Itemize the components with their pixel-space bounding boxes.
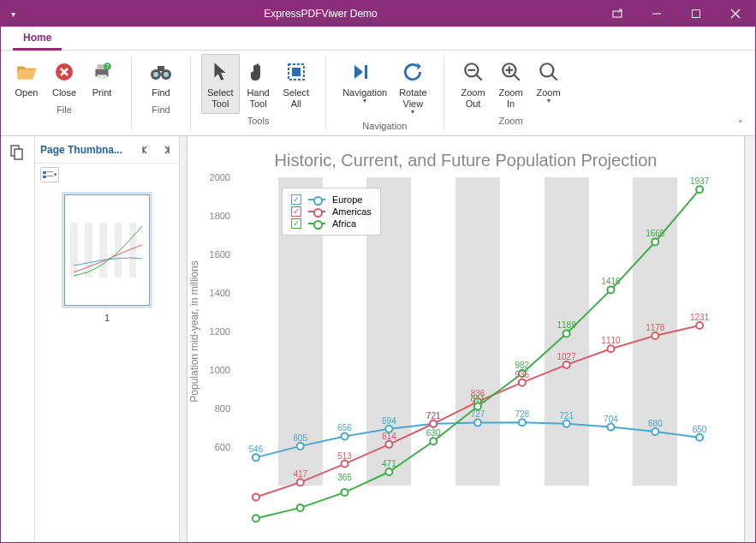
page-thumbnail-1[interactable] (64, 194, 150, 306)
svg-rect-28 (15, 149, 22, 159)
zoom-in-icon (500, 58, 522, 86)
print-icon: ? (91, 58, 113, 86)
thumbnails-dock-button[interactable] (7, 141, 29, 164)
svg-point-42 (652, 428, 658, 435)
zoom-out-icon (462, 58, 485, 86)
svg-rect-29 (43, 171, 46, 174)
svg-point-65 (696, 186, 703, 193)
content-area: Page Thumbna... ▾ 1 Historic, Current, a… (1, 136, 755, 543)
page-number-label: 1 (104, 306, 110, 323)
legend-item: ✓Europe (291, 194, 372, 206)
ribbon-display-options-button[interactable] (598, 1, 637, 27)
y-tick: 1600 (201, 249, 230, 260)
tab-home[interactable]: Home (13, 27, 62, 51)
ribbon-tab-strip: Home (1, 27, 755, 51)
maximize-button[interactable] (676, 1, 716, 27)
close-window-button[interactable] (716, 1, 755, 27)
svg-point-51 (563, 361, 570, 368)
data-label: 656 (337, 423, 352, 433)
svg-point-62 (563, 330, 570, 337)
svg-point-44 (253, 494, 259, 501)
close-icon (54, 58, 74, 86)
close-button[interactable]: Close (45, 54, 83, 103)
data-label: 365 (337, 473, 352, 482)
data-label: 1416 (601, 277, 620, 286)
svg-line-26 (551, 75, 557, 81)
hand-tool-button[interactable]: Hand Tool (240, 54, 277, 114)
group-label-file: File (57, 103, 72, 115)
collapse-panel-button[interactable] (138, 142, 153, 158)
find-button[interactable]: Find (142, 54, 180, 103)
ribbon-group-zoom: Zoom Out Zoom In Zoom ▾ Zoom (448, 51, 574, 135)
ribbon-group-find: Find Find (135, 51, 187, 135)
ribbon-group-navigation: Navigation ▾ Rotate View ▾ Navigation (330, 51, 439, 135)
svg-point-25 (540, 63, 553, 76)
svg-point-64 (652, 238, 658, 245)
y-axis-title: Population mid-year, in millions (188, 260, 200, 402)
data-label: 704 (604, 414, 618, 423)
thumbnails-panel: Page Thumbna... ▾ 1 (35, 136, 180, 543)
data-label: 650 (693, 424, 707, 433)
data-label: 721 (426, 410, 441, 420)
select-tool-button[interactable]: Select Tool (201, 54, 240, 114)
collapse-ribbon-button[interactable]: ˄ (733, 116, 748, 132)
data-label: 811 (471, 393, 485, 403)
svg-point-54 (696, 322, 703, 329)
svg-text:?: ? (106, 63, 110, 69)
ribbon: Open Close ? Print File Find Find (1, 51, 755, 136)
svg-rect-8 (98, 75, 107, 79)
zoom-menu-button[interactable]: Zoom ▾ (530, 54, 568, 108)
svg-point-50 (519, 379, 526, 386)
zoom-out-button[interactable]: Zoom Out (455, 54, 492, 114)
rotate-icon (402, 58, 424, 86)
thumbnails-options-button[interactable]: ▾ (40, 167, 59, 182)
document-viewer[interactable]: Historic, Current, and Future Population… (180, 136, 755, 543)
select-all-icon (286, 58, 307, 86)
data-label: 417 (293, 469, 307, 479)
data-label: 614 (382, 431, 396, 440)
svg-rect-13 (158, 66, 164, 71)
data-label: 1110 (601, 336, 620, 345)
print-button[interactable]: ? Print (83, 54, 121, 103)
svg-point-52 (607, 345, 614, 352)
chart-plot: Population mid-year, in millions 6008001… (234, 177, 722, 486)
data-label: 721 (559, 410, 574, 420)
navigation-button[interactable]: Navigation ▾ (336, 54, 393, 108)
dock-bar (1, 136, 35, 543)
svg-rect-31 (43, 176, 46, 178)
data-label: 1665 (646, 229, 664, 238)
open-folder-icon (15, 58, 38, 86)
data-label: 694 (382, 415, 396, 425)
svg-rect-17 (292, 68, 301, 76)
svg-point-59 (430, 438, 437, 445)
svg-point-43 (696, 434, 703, 441)
data-label: 605 (293, 433, 307, 442)
data-label: 727 (471, 409, 485, 419)
svg-line-19 (476, 75, 482, 81)
svg-point-48 (430, 421, 437, 427)
data-label: 513 (337, 451, 352, 460)
svg-point-41 (607, 424, 614, 431)
svg-point-40 (563, 421, 570, 427)
group-label-navigation: Navigation (362, 119, 407, 131)
ribbon-group-file: Open Close ? Print File (1, 51, 128, 135)
select-all-button[interactable]: Select All (277, 54, 316, 114)
minimize-button[interactable] (637, 1, 676, 27)
zoom-in-button[interactable]: Zoom In (492, 54, 530, 114)
expand-panel-button[interactable] (158, 142, 174, 158)
mini-chart-icon (70, 223, 144, 277)
svg-point-55 (253, 515, 259, 522)
open-button[interactable]: Open (8, 54, 45, 103)
data-label: 630 (426, 428, 441, 438)
svg-point-46 (342, 461, 348, 468)
data-label: 935 (515, 369, 529, 379)
svg-point-33 (253, 454, 259, 461)
data-label: 1027 (557, 352, 576, 361)
y-tick: 1200 (201, 326, 230, 337)
quick-access-toolbar: ▾ (1, 9, 44, 19)
rotate-view-button[interactable]: Rotate View ▾ (393, 54, 432, 119)
qat-customize-icon[interactable]: ▾ (11, 9, 15, 19)
chevron-down-icon: ▾ (363, 98, 366, 104)
y-tick: 800 (201, 403, 230, 414)
window-title: ExpressPDFViwer Demo (44, 8, 598, 20)
